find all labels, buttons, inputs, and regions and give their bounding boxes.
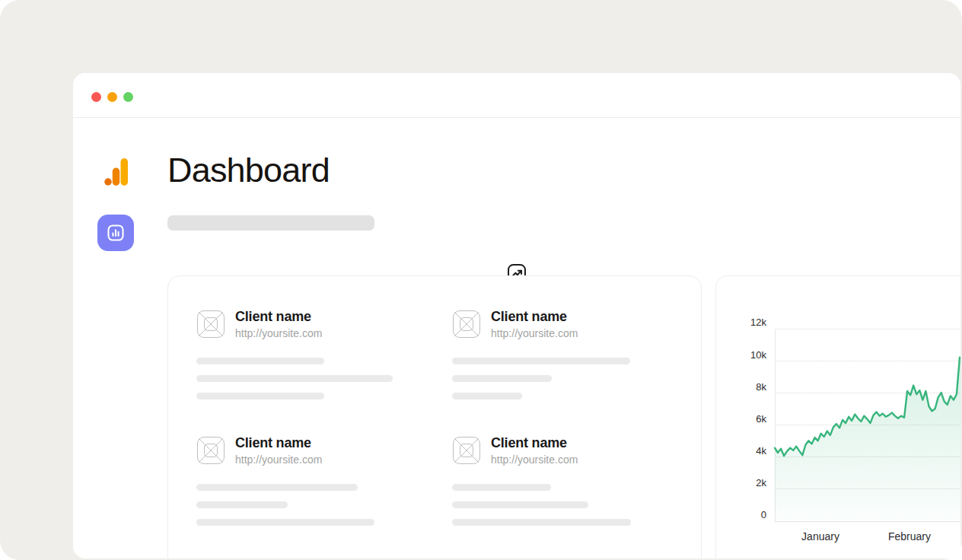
close-window-button[interactable] bbox=[91, 92, 101, 102]
client-name: Client name bbox=[235, 434, 322, 451]
bar-chart-icon bbox=[106, 223, 126, 243]
skeleton-line bbox=[196, 375, 393, 382]
skeleton-line bbox=[196, 501, 288, 508]
clients-card: Client name http://yoursite.com Client n… bbox=[167, 275, 702, 558]
x-axis-tick-label: February bbox=[888, 530, 931, 542]
skeleton-line bbox=[452, 519, 631, 526]
chart-area-fill bbox=[775, 358, 960, 521]
browser-window: Dashboard Client name http://yoursite.co… bbox=[73, 73, 960, 558]
zoom-window-button[interactable] bbox=[123, 92, 133, 102]
sidebar-item-dashboard[interactable] bbox=[97, 215, 134, 251]
client-url: http://yoursite.com bbox=[491, 453, 578, 466]
client-url: http://yoursite.com bbox=[235, 327, 322, 339]
skeleton-line bbox=[196, 358, 324, 364]
y-axis-tick-label: 10k bbox=[724, 349, 766, 361]
image-placeholder-icon bbox=[452, 436, 481, 465]
client-name: Client name bbox=[491, 308, 578, 325]
image-placeholder-icon bbox=[452, 310, 481, 339]
y-axis-tick-label: 2k bbox=[724, 477, 766, 488]
client-name: Client name bbox=[235, 308, 322, 325]
client-text-skeleton bbox=[196, 484, 374, 536]
y-axis-tick-label: 12k bbox=[724, 317, 766, 328]
skeleton-line bbox=[196, 393, 324, 399]
client-text-skeleton bbox=[196, 358, 393, 410]
client-url: http://yoursite.com bbox=[235, 453, 322, 466]
traffic-chart-card: 02k4k6k8k10k12kJanuaryFebruary bbox=[715, 275, 960, 558]
image-placeholder-icon bbox=[196, 310, 225, 339]
skeleton-line bbox=[452, 375, 552, 382]
image-placeholder-icon bbox=[196, 436, 225, 465]
client-list-item[interactable]: Client name http://yoursite.com bbox=[452, 308, 680, 339]
skeleton-line bbox=[452, 393, 522, 399]
analytics-logo-icon bbox=[104, 158, 128, 186]
client-name: Client name bbox=[491, 434, 578, 451]
skeleton-line bbox=[452, 501, 588, 508]
x-axis-tick-label: January bbox=[801, 530, 839, 542]
client-list-item[interactable]: Client name http://yoursite.com bbox=[196, 308, 425, 339]
skeleton-line bbox=[196, 484, 358, 491]
client-list-item[interactable]: Client name http://yoursite.com bbox=[196, 434, 425, 466]
skeleton-line bbox=[196, 519, 374, 526]
client-url: http://yoursite.com bbox=[491, 327, 578, 339]
skeleton-line bbox=[452, 484, 551, 491]
titlebar-divider bbox=[73, 117, 960, 118]
client-text-skeleton bbox=[452, 484, 631, 536]
y-axis-tick-label: 6k bbox=[724, 413, 766, 425]
traffic-line-chart bbox=[775, 320, 960, 523]
minimize-window-button[interactable] bbox=[107, 92, 117, 102]
client-text-skeleton bbox=[452, 358, 630, 410]
y-axis-tick-label: 8k bbox=[724, 381, 766, 393]
window-titlebar bbox=[73, 73, 960, 117]
skeleton-line bbox=[452, 358, 630, 364]
subtitle-skeleton bbox=[167, 215, 374, 231]
y-axis-tick-label: 4k bbox=[724, 445, 766, 457]
client-list-item[interactable]: Client name http://yoursite.com bbox=[452, 434, 680, 466]
y-axis-tick-label: 0 bbox=[724, 509, 766, 520]
page-title: Dashboard bbox=[167, 152, 330, 189]
